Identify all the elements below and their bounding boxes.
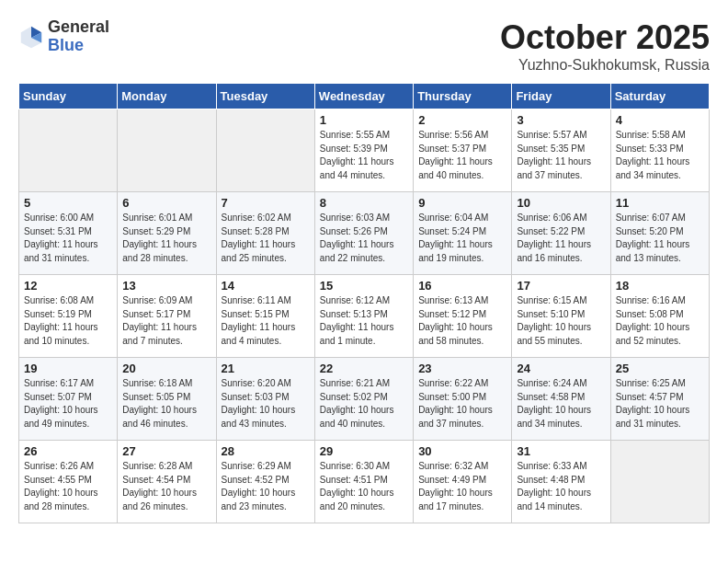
calendar-week-row: 19Sunrise: 6:17 AM Sunset: 5:07 PM Dayli… [19, 358, 710, 441]
day-number: 17 [517, 279, 605, 293]
day-info: Sunrise: 6:24 AM Sunset: 4:58 PM Dayligh… [517, 377, 605, 431]
day-number: 7 [222, 196, 310, 210]
calendar-cell: 14Sunrise: 6:11 AM Sunset: 5:15 PM Dayli… [216, 275, 314, 358]
calendar-cell: 4Sunrise: 5:58 AM Sunset: 5:33 PM Daylig… [610, 109, 709, 192]
day-number: 11 [616, 196, 704, 210]
day-number: 28 [222, 444, 310, 458]
weekday-header-thursday: Thursday [414, 84, 512, 109]
calendar-cell: 18Sunrise: 6:16 AM Sunset: 5:08 PM Dayli… [610, 275, 709, 358]
calendar-cell: 23Sunrise: 6:22 AM Sunset: 5:00 PM Dayli… [414, 358, 512, 441]
calendar-week-row: 1Sunrise: 5:55 AM Sunset: 5:39 PM Daylig… [19, 109, 710, 192]
logo-blue-text: Blue [48, 37, 109, 55]
calendar-cell [610, 441, 709, 523]
calendar-cell [19, 109, 118, 192]
day-info: Sunrise: 5:57 AM Sunset: 5:35 PM Dayligh… [517, 129, 605, 182]
day-info: Sunrise: 6:26 AM Sunset: 4:55 PM Dayligh… [24, 460, 112, 513]
day-number: 6 [122, 196, 210, 210]
day-number: 27 [122, 444, 210, 458]
calendar-cell: 7Sunrise: 6:02 AM Sunset: 5:28 PM Daylig… [216, 192, 314, 275]
day-info: Sunrise: 6:15 AM Sunset: 5:10 PM Dayligh… [517, 294, 605, 348]
weekday-header-row: SundayMondayTuesdayWednesdayThursdayFrid… [19, 84, 710, 109]
calendar-cell: 27Sunrise: 6:28 AM Sunset: 4:54 PM Dayli… [118, 441, 216, 523]
calendar-cell: 2Sunrise: 5:56 AM Sunset: 5:37 PM Daylig… [414, 109, 512, 192]
weekday-header-wednesday: Wednesday [314, 84, 413, 109]
day-info: Sunrise: 6:18 AM Sunset: 5:05 PM Dayligh… [122, 377, 210, 431]
day-number: 29 [320, 444, 408, 458]
calendar-cell: 6Sunrise: 6:01 AM Sunset: 5:29 PM Daylig… [118, 192, 216, 275]
day-number: 21 [222, 362, 310, 375]
day-info: Sunrise: 6:32 AM Sunset: 4:49 PM Dayligh… [418, 460, 506, 513]
calendar-title: October 2025 [500, 18, 710, 57]
calendar-cell: 28Sunrise: 6:29 AM Sunset: 4:52 PM Dayli… [216, 441, 314, 523]
calendar-cell: 19Sunrise: 6:17 AM Sunset: 5:07 PM Dayli… [19, 358, 118, 441]
logo: General Blue [18, 18, 109, 55]
day-number: 8 [320, 196, 408, 210]
calendar-cell: 1Sunrise: 5:55 AM Sunset: 5:39 PM Daylig… [314, 109, 413, 192]
title-block: October 2025 Yuzhno-Sukhokumsk, Russia [500, 18, 710, 74]
calendar-cell: 20Sunrise: 6:18 AM Sunset: 5:05 PM Dayli… [118, 358, 216, 441]
calendar-cell: 31Sunrise: 6:33 AM Sunset: 4:48 PM Dayli… [512, 441, 610, 523]
day-number: 30 [418, 444, 506, 458]
day-number: 23 [418, 362, 506, 375]
logo-text: General Blue [48, 18, 109, 55]
day-number: 19 [24, 362, 112, 375]
day-number: 5 [24, 196, 112, 210]
calendar-cell: 24Sunrise: 6:24 AM Sunset: 4:58 PM Dayli… [512, 358, 610, 441]
calendar-cell: 29Sunrise: 6:30 AM Sunset: 4:51 PM Dayli… [314, 441, 413, 523]
calendar-week-row: 26Sunrise: 6:26 AM Sunset: 4:55 PM Dayli… [19, 441, 710, 523]
calendar-cell [216, 109, 314, 192]
weekday-header-sunday: Sunday [19, 84, 118, 109]
day-number: 2 [418, 113, 506, 127]
day-info: Sunrise: 6:28 AM Sunset: 4:54 PM Dayligh… [122, 460, 210, 513]
calendar-cell: 26Sunrise: 6:26 AM Sunset: 4:55 PM Dayli… [19, 441, 118, 523]
day-number: 9 [418, 196, 506, 210]
day-info: Sunrise: 6:33 AM Sunset: 4:48 PM Dayligh… [517, 460, 605, 513]
day-number: 20 [122, 362, 210, 375]
day-info: Sunrise: 6:08 AM Sunset: 5:19 PM Dayligh… [24, 294, 112, 348]
calendar-cell [118, 109, 216, 192]
day-number: 31 [517, 444, 605, 458]
logo-general-text: General [48, 18, 109, 37]
calendar-cell: 17Sunrise: 6:15 AM Sunset: 5:10 PM Dayli… [512, 275, 610, 358]
day-info: Sunrise: 6:07 AM Sunset: 5:20 PM Dayligh… [616, 212, 704, 265]
day-info: Sunrise: 6:25 AM Sunset: 4:57 PM Dayligh… [616, 377, 704, 431]
day-info: Sunrise: 6:03 AM Sunset: 5:26 PM Dayligh… [320, 212, 408, 265]
calendar-cell: 9Sunrise: 6:04 AM Sunset: 5:24 PM Daylig… [414, 192, 512, 275]
day-number: 13 [122, 279, 210, 293]
day-info: Sunrise: 6:13 AM Sunset: 5:12 PM Dayligh… [418, 294, 506, 348]
day-info: Sunrise: 6:30 AM Sunset: 4:51 PM Dayligh… [320, 460, 408, 513]
calendar-cell: 10Sunrise: 6:06 AM Sunset: 5:22 PM Dayli… [512, 192, 610, 275]
day-info: Sunrise: 6:09 AM Sunset: 5:17 PM Dayligh… [122, 294, 210, 348]
day-info: Sunrise: 6:29 AM Sunset: 4:52 PM Dayligh… [222, 460, 310, 513]
calendar-cell: 22Sunrise: 6:21 AM Sunset: 5:02 PM Dayli… [314, 358, 413, 441]
day-info: Sunrise: 6:02 AM Sunset: 5:28 PM Dayligh… [222, 212, 310, 265]
day-info: Sunrise: 6:01 AM Sunset: 5:29 PM Dayligh… [122, 212, 210, 265]
calendar-week-row: 5Sunrise: 6:00 AM Sunset: 5:31 PM Daylig… [19, 192, 710, 275]
day-info: Sunrise: 6:04 AM Sunset: 5:24 PM Dayligh… [418, 212, 506, 265]
day-info: Sunrise: 6:12 AM Sunset: 5:13 PM Dayligh… [320, 294, 408, 348]
day-info: Sunrise: 6:22 AM Sunset: 5:00 PM Dayligh… [418, 377, 506, 431]
calendar-table: SundayMondayTuesdayWednesdayThursdayFrid… [18, 83, 710, 523]
day-number: 4 [616, 113, 704, 127]
day-info: Sunrise: 5:56 AM Sunset: 5:37 PM Dayligh… [418, 129, 506, 182]
day-number: 10 [517, 196, 605, 210]
calendar-week-row: 12Sunrise: 6:08 AM Sunset: 5:19 PM Dayli… [19, 275, 710, 358]
day-number: 14 [222, 279, 310, 293]
day-info: Sunrise: 6:16 AM Sunset: 5:08 PM Dayligh… [616, 294, 704, 348]
day-info: Sunrise: 6:20 AM Sunset: 5:03 PM Dayligh… [222, 377, 310, 431]
calendar-cell: 3Sunrise: 5:57 AM Sunset: 5:35 PM Daylig… [512, 109, 610, 192]
day-number: 25 [616, 362, 704, 375]
day-number: 22 [320, 362, 408, 375]
day-number: 1 [320, 113, 408, 127]
day-number: 16 [418, 279, 506, 293]
calendar-cell: 11Sunrise: 6:07 AM Sunset: 5:20 PM Dayli… [610, 192, 709, 275]
weekday-header-friday: Friday [512, 84, 610, 109]
logo-icon [18, 24, 44, 50]
day-number: 15 [320, 279, 408, 293]
calendar-cell: 8Sunrise: 6:03 AM Sunset: 5:26 PM Daylig… [314, 192, 413, 275]
day-number: 12 [24, 279, 112, 293]
calendar-cell: 15Sunrise: 6:12 AM Sunset: 5:13 PM Dayli… [314, 275, 413, 358]
weekday-header-tuesday: Tuesday [216, 84, 314, 109]
calendar-cell: 13Sunrise: 6:09 AM Sunset: 5:17 PM Dayli… [118, 275, 216, 358]
calendar-cell: 30Sunrise: 6:32 AM Sunset: 4:49 PM Dayli… [414, 441, 512, 523]
